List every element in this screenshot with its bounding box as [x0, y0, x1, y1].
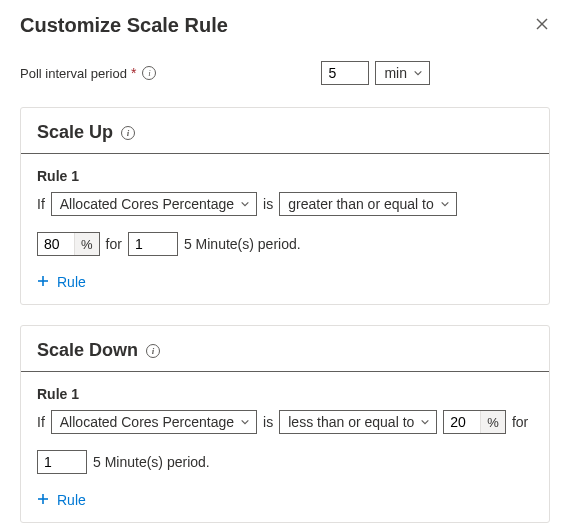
- scale-down-header: Scale Down i: [21, 326, 549, 372]
- scale-down-title: Scale Down: [37, 340, 138, 361]
- percent-suffix: %: [74, 233, 99, 255]
- scale-up-rule-label: Rule 1: [21, 154, 549, 192]
- add-rule-button[interactable]: Rule: [21, 482, 549, 522]
- scale-up-header: Scale Up i: [21, 108, 549, 154]
- chevron-down-icon: [240, 414, 250, 430]
- threshold-input[interactable]: [38, 233, 74, 255]
- poll-interval-unit-value: min: [384, 65, 407, 81]
- poll-controls: min: [321, 61, 430, 85]
- scale-up-card: Scale Up i Rule 1 If Allocated Cores Per…: [20, 107, 550, 305]
- customize-scale-rule-panel: Customize Scale Rule Poll interval perio…: [0, 0, 570, 523]
- threshold-input[interactable]: [444, 411, 480, 433]
- metric-select[interactable]: Allocated Cores Percentage: [51, 192, 257, 216]
- chevron-down-icon: [440, 196, 450, 212]
- header: Customize Scale Rule: [20, 14, 550, 37]
- info-icon[interactable]: i: [142, 66, 156, 80]
- scale-down-rule-label: Rule 1: [21, 372, 549, 410]
- metric-value: Allocated Cores Percentage: [60, 196, 234, 212]
- close-button[interactable]: [534, 18, 550, 34]
- chevron-down-icon: [413, 65, 423, 81]
- page-title: Customize Scale Rule: [20, 14, 228, 37]
- scale-up-title: Scale Up: [37, 122, 113, 143]
- period-text: 5 Minute(s) period.: [93, 454, 210, 470]
- period-text: 5 Minute(s) period.: [184, 236, 301, 252]
- is-text: is: [263, 196, 273, 212]
- chevron-down-icon: [420, 414, 430, 430]
- metric-select[interactable]: Allocated Cores Percentage: [51, 410, 257, 434]
- operator-select[interactable]: greater than or equal to: [279, 192, 457, 216]
- for-text: for: [512, 414, 528, 430]
- add-rule-label: Rule: [57, 274, 86, 290]
- plus-icon: [37, 274, 57, 290]
- poll-interval-label: Poll interval period: [20, 66, 127, 81]
- metric-value: Allocated Cores Percentage: [60, 414, 234, 430]
- chevron-down-icon: [240, 196, 250, 212]
- line-break: [37, 222, 533, 226]
- scale-down-card: Scale Down i Rule 1 If Allocated Cores P…: [20, 325, 550, 523]
- scale-down-rule-body: If Allocated Cores Percentage is less th…: [21, 410, 549, 482]
- required-marker: *: [131, 65, 136, 81]
- duration-input[interactable]: [37, 450, 87, 474]
- plus-icon: [37, 492, 57, 508]
- add-rule-button[interactable]: Rule: [21, 264, 549, 304]
- operator-value: less than or equal to: [288, 414, 414, 430]
- poll-interval-row: Poll interval period * i min: [20, 61, 550, 85]
- threshold-input-wrapper: %: [37, 232, 100, 256]
- info-icon[interactable]: i: [146, 344, 160, 358]
- if-text: If: [37, 196, 45, 212]
- percent-suffix: %: [480, 411, 505, 433]
- info-icon[interactable]: i: [121, 126, 135, 140]
- if-text: If: [37, 414, 45, 430]
- operator-value: greater than or equal to: [288, 196, 434, 212]
- scale-up-rule-body: If Allocated Cores Percentage is greater…: [21, 192, 549, 264]
- threshold-input-wrapper: %: [443, 410, 506, 434]
- add-rule-label: Rule: [57, 492, 86, 508]
- close-icon: [536, 18, 548, 33]
- duration-input[interactable]: [128, 232, 178, 256]
- for-text: for: [106, 236, 122, 252]
- poll-interval-input[interactable]: [321, 61, 369, 85]
- line-break: [37, 440, 533, 444]
- operator-select[interactable]: less than or equal to: [279, 410, 437, 434]
- is-text: is: [263, 414, 273, 430]
- poll-interval-unit-select[interactable]: min: [375, 61, 430, 85]
